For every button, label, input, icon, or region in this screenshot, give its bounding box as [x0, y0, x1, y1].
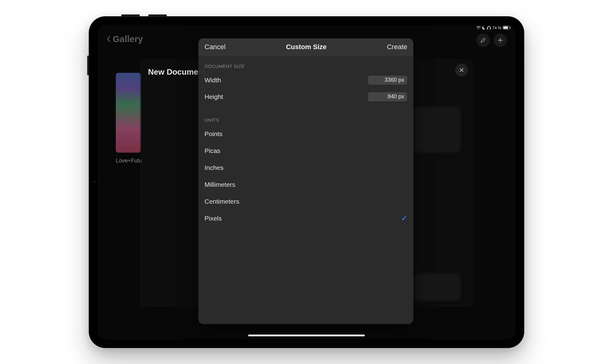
- unit-label: Pixels: [205, 215, 222, 222]
- screen: 74 % Gallery Love+Futu: [97, 25, 516, 339]
- svg-rect-1: [503, 26, 508, 29]
- unit-label: Millimeters: [205, 181, 235, 188]
- back-chevron-icon[interactable]: [107, 36, 110, 42]
- section-document-size: Document Size: [198, 56, 413, 72]
- unit-label: Points: [205, 130, 222, 138]
- document-thumbnail[interactable]: [116, 73, 141, 153]
- moon-icon: [482, 26, 486, 29]
- height-input[interactable]: 840 px: [368, 92, 407, 101]
- modal-title: Custom Size: [286, 43, 326, 51]
- volume-buttons: [121, 14, 167, 17]
- unit-inches[interactable]: Inches: [198, 159, 413, 176]
- add-button[interactable]: [494, 33, 507, 47]
- section-units: Units: [198, 105, 413, 126]
- custom-size-modal: Cancel Custom Size Create Document Size …: [198, 38, 413, 324]
- ipad-frame: 74 % Gallery Love+Futu: [89, 16, 524, 348]
- power-button: [87, 56, 89, 75]
- unit-millimeters[interactable]: Millimeters: [198, 176, 413, 193]
- top-actions: [476, 33, 507, 47]
- svg-rect-2: [510, 27, 511, 29]
- battery-icon: [503, 26, 511, 29]
- unit-label: Picas: [205, 147, 220, 155]
- home-indicator[interactable]: [248, 335, 365, 336]
- battery-percent: 74 %: [492, 25, 501, 30]
- front-camera: [93, 181, 96, 183]
- width-input[interactable]: 3360 px: [368, 76, 407, 85]
- gallery-title: Gallery: [113, 34, 143, 44]
- unit-label: Inches: [205, 164, 224, 171]
- headphones-icon: [487, 26, 491, 29]
- modal-header: Cancel Custom Size Create: [198, 38, 413, 56]
- unit-centimeters[interactable]: Centimeters: [198, 193, 413, 210]
- unit-pixels[interactable]: Pixels ✓: [198, 210, 413, 227]
- new-document-title: New Document: [148, 67, 206, 77]
- close-button[interactable]: [455, 64, 468, 76]
- width-row: Width 3360 px: [198, 72, 413, 88]
- unit-label: Centimeters: [205, 198, 239, 205]
- unit-points[interactable]: Points: [198, 126, 413, 143]
- checkmark-icon: ✓: [401, 214, 407, 223]
- height-row: Height 840 px: [198, 88, 413, 105]
- edit-button[interactable]: [476, 33, 490, 47]
- wifi-icon: [476, 26, 481, 29]
- unit-picas[interactable]: Picas: [198, 143, 413, 159]
- height-label: Height: [205, 93, 223, 100]
- create-button[interactable]: Create: [387, 43, 407, 51]
- document-thumbnail-label: Love+Futu: [116, 158, 142, 164]
- cancel-button[interactable]: Cancel: [205, 43, 225, 51]
- preset-card-blur: [414, 107, 460, 153]
- width-label: Width: [205, 76, 221, 84]
- preset-card-blur: [414, 273, 460, 301]
- status-bar: 74 %: [476, 25, 511, 30]
